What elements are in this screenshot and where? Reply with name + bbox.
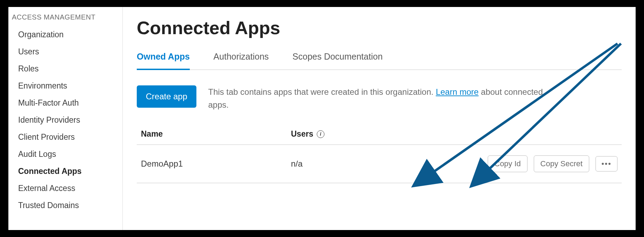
sidebar-section-title: ACCESS MANAGEMENT [8, 11, 122, 26]
action-row: Create app This tab contains apps that w… [137, 85, 622, 111]
sidebar-item-users[interactable]: Users [8, 43, 122, 60]
cell-actions: Copy Id Copy Secret ••• [488, 155, 617, 172]
sidebar-item-mfa[interactable]: Multi-Factor Auth [8, 94, 122, 112]
cell-name[interactable]: DemoApp1 [141, 159, 291, 169]
tab-authorizations[interactable]: Authorizations [214, 52, 269, 70]
main: Connected Apps Owned Apps Authorizations… [123, 7, 636, 230]
info-icon[interactable]: i [317, 130, 324, 138]
page-title: Connected Apps [137, 17, 622, 38]
table-header: Name Users i [137, 124, 622, 145]
row-menu-button[interactable]: ••• [596, 156, 617, 171]
learn-more-link[interactable]: Learn more [436, 87, 479, 97]
create-app-button[interactable]: Create app [137, 85, 196, 108]
sidebar-item-roles[interactable]: Roles [8, 60, 122, 77]
col-users: Users i [291, 129, 396, 139]
sidebar-item-audit-logs[interactable]: Audit Logs [8, 146, 122, 163]
sidebar-item-identity-providers[interactable]: Identity Providers [8, 112, 122, 129]
sidebar-list: Organization Users Roles Environments Mu… [8, 26, 122, 214]
cell-users: n/a [291, 159, 396, 169]
tab-owned-apps[interactable]: Owned Apps [137, 52, 190, 70]
apps-table: Name Users i DemoApp1 n/a Copy Id Copy S… [137, 124, 622, 183]
copy-secret-button[interactable]: Copy Secret [534, 155, 589, 172]
window: ACCESS MANAGEMENT Organization Users Rol… [8, 7, 636, 230]
sidebar-item-external-access[interactable]: External Access [8, 180, 122, 197]
sidebar-item-organization[interactable]: Organization [8, 26, 122, 43]
col-users-label: Users [291, 129, 313, 139]
tab-scopes-documentation[interactable]: Scopes Documentation [292, 52, 382, 70]
dots-icon: ••• [601, 159, 612, 168]
sidebar: ACCESS MANAGEMENT Organization Users Rol… [8, 7, 123, 230]
desc-pre: This tab contains apps that were created… [208, 87, 436, 97]
sidebar-item-connected-apps[interactable]: Connected Apps [8, 163, 122, 180]
copy-id-button[interactable]: Copy Id [488, 155, 527, 172]
sidebar-item-environments[interactable]: Environments [8, 77, 122, 94]
tab-description: This tab contains apps that were created… [208, 85, 557, 111]
tabs: Owned Apps Authorizations Scopes Documen… [137, 52, 622, 70]
table-row: DemoApp1 n/a Copy Id Copy Secret ••• [137, 145, 622, 183]
tab-body: Create app This tab contains apps that w… [137, 70, 622, 183]
sidebar-item-trusted-domains[interactable]: Trusted Domains [8, 197, 122, 214]
col-name: Name [141, 129, 291, 139]
sidebar-item-client-providers[interactable]: Client Providers [8, 129, 122, 146]
